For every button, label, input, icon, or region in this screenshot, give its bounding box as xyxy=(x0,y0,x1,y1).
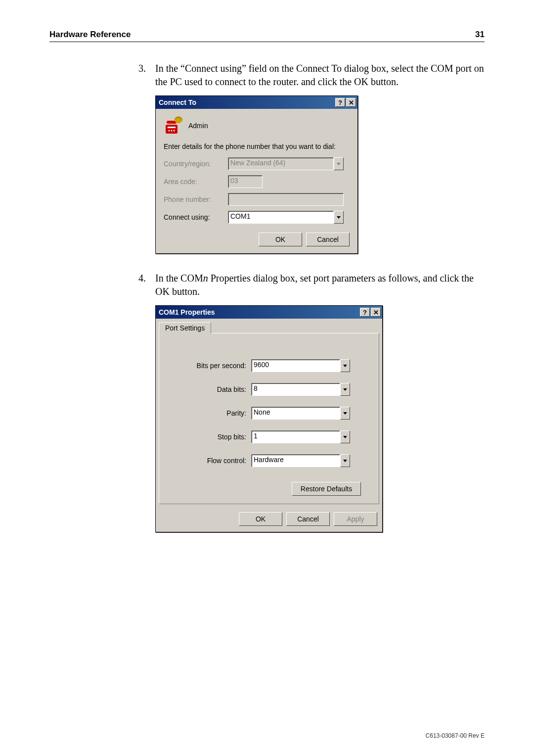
ok-button[interactable]: OK xyxy=(259,233,302,246)
stop-bits-label: Stop bits: xyxy=(177,433,246,441)
svg-point-4 xyxy=(174,130,175,132)
dialog-titlebar: COM1 Properties ? ✕ xyxy=(156,306,382,319)
connect-using-select[interactable]: COM1 xyxy=(228,211,334,224)
chevron-down-icon[interactable] xyxy=(340,430,350,443)
chevron-down-icon[interactable] xyxy=(340,407,350,420)
step-text: In the COMn Properties dialog box, set p… xyxy=(155,272,485,298)
ok-button[interactable]: OK xyxy=(239,512,282,526)
list-item: 4. In the COMn Properties dialog box, se… xyxy=(138,272,485,298)
svg-point-3 xyxy=(171,130,173,132)
step-number: 4. xyxy=(138,272,155,298)
connect-to-dialog: Connect To ? ✕ xyxy=(155,95,358,254)
svg-rect-0 xyxy=(166,125,178,134)
phone-number-input xyxy=(228,193,344,206)
stop-bits-select[interactable]: 1 xyxy=(251,430,340,443)
flow-control-select[interactable]: Hardware xyxy=(251,454,340,467)
cancel-button[interactable]: Cancel xyxy=(306,233,350,246)
connection-name: Admin xyxy=(188,122,208,130)
close-icon[interactable]: ✕ xyxy=(346,98,356,107)
area-code-label: Area code: xyxy=(164,178,228,186)
restore-defaults-button[interactable]: Restore Defaults xyxy=(292,482,361,496)
com-properties-dialog: COM1 Properties ? ✕ Port Settings Bits p… xyxy=(155,305,383,532)
tab-port-settings[interactable]: Port Settings xyxy=(159,322,211,333)
svg-point-2 xyxy=(169,130,170,132)
bits-per-second-label: Bits per second: xyxy=(177,362,246,370)
phone-number-label: Phone number: xyxy=(164,195,228,203)
country-region-value: New Zealand (64) xyxy=(228,157,334,170)
page-number: 31 xyxy=(475,30,485,40)
dialog-title: COM1 Properties xyxy=(159,308,359,316)
parity-select[interactable]: None xyxy=(251,407,340,420)
chevron-down-icon[interactable] xyxy=(334,211,344,224)
list-item: 3. In the “Connect using” field on the C… xyxy=(138,62,485,89)
help-icon[interactable]: ? xyxy=(335,98,345,107)
country-region-label: Country/region: xyxy=(164,160,228,168)
chevron-down-icon xyxy=(334,157,344,170)
svg-rect-1 xyxy=(168,127,176,128)
step-number: 3. xyxy=(138,62,155,89)
connect-using-label: Connect using: xyxy=(164,213,228,221)
page-header: Hardware Reference 31 xyxy=(49,30,485,42)
step-text: In the “Connect using” field on the Conn… xyxy=(155,62,485,89)
cancel-button[interactable]: Cancel xyxy=(286,512,330,526)
flow-control-label: Flow control: xyxy=(177,457,246,465)
chevron-down-icon[interactable] xyxy=(340,454,350,467)
chevron-down-icon[interactable] xyxy=(340,359,350,372)
help-icon[interactable]: ? xyxy=(360,308,370,317)
area-code-input: 03 xyxy=(228,175,263,188)
parity-label: Parity: xyxy=(177,409,246,417)
chevron-down-icon[interactable] xyxy=(340,383,350,396)
bits-per-second-select[interactable]: 9600 xyxy=(251,359,340,372)
dialog-title: Connect To xyxy=(159,98,334,106)
header-title: Hardware Reference xyxy=(49,30,131,40)
close-icon[interactable]: ✕ xyxy=(371,308,381,317)
dialog-instruction: Enter details for the phone number that … xyxy=(164,142,350,150)
data-bits-label: Data bits: xyxy=(177,385,246,393)
connection-icon xyxy=(164,116,183,136)
dialog-titlebar: Connect To ? ✕ xyxy=(156,96,357,109)
apply-button: Apply xyxy=(334,512,377,526)
document-footer: C613-03087-00 Rev E xyxy=(426,732,485,739)
data-bits-select[interactable]: 8 xyxy=(251,383,340,396)
